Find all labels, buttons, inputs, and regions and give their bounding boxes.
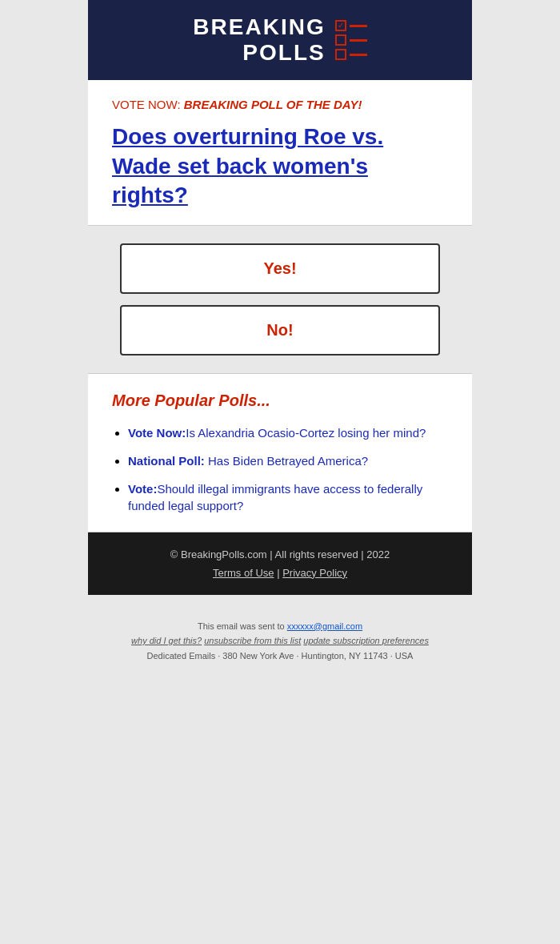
footer-links: Terms of Use | Privacy Policy xyxy=(104,567,456,579)
privacy-link[interactable]: Privacy Policy xyxy=(282,567,347,579)
logo-text: BREAKING POLLS xyxy=(193,14,325,66)
poll-question[interactable]: Does overturning Roe vs. Wade set back w… xyxy=(112,124,383,207)
poll-buttons-section: Yes! No! xyxy=(88,226,472,374)
site-footer: © BreakingPolls.com | All rights reserve… xyxy=(88,532,472,595)
yes-button[interactable]: Yes! xyxy=(120,243,440,294)
no-button[interactable]: No! xyxy=(120,305,440,356)
poll-link-1[interactable]: Vote Now:Is Alexandria Ocasio-Cortez los… xyxy=(128,426,426,440)
copyright-text: © BreakingPolls.com | All rights reserve… xyxy=(104,548,456,560)
poll-text-2: Has Biden Betrayed America? xyxy=(205,454,368,468)
address-row: Dedicated Emails · 380 New York Ave · Hu… xyxy=(96,649,464,664)
poll-label-2: National Poll: xyxy=(128,454,205,468)
logo-icon xyxy=(335,20,367,60)
checkbox-icon-1 xyxy=(335,20,346,31)
update-preferences-link[interactable]: update subscription preferences xyxy=(303,636,429,645)
vote-now-label: VOTE NOW: BREAKING POLL OF THE DAY! xyxy=(112,98,448,111)
sent-to-row: This email was sent to xxxxxx@gmail.com xyxy=(96,619,464,634)
checkbox-icon-3 xyxy=(335,49,346,60)
sent-text: This email was sent to xyxy=(198,621,287,631)
logo-line2: POLLS xyxy=(193,40,325,66)
email-footer-section: This email was sent to xxxxxx@gmail.com … xyxy=(88,595,472,680)
more-polls-title: More Popular Polls... xyxy=(112,392,448,410)
bar-icon-1 xyxy=(350,25,367,27)
unsubscribe-row: why did I get this? unsubscribe from thi… xyxy=(96,633,464,649)
logo-container: BREAKING POLLS xyxy=(104,14,456,66)
unsubscribe-link[interactable]: unsubscribe from this list xyxy=(204,636,301,645)
vote-now-prefix: VOTE NOW: xyxy=(112,98,184,111)
list-item: Vote:Should illegal immigrants have acce… xyxy=(128,480,448,514)
why-link[interactable]: why did I get this? xyxy=(131,636,202,645)
poll-text-1: Is Alexandria Ocasio-Cortez losing her m… xyxy=(186,426,426,440)
poll-label-1: Vote Now: xyxy=(128,426,186,440)
list-item: National Poll: Has Biden Betrayed Americ… xyxy=(128,452,448,469)
vote-now-highlight: BREAKING POLL OF THE DAY! xyxy=(184,98,362,111)
list-item: Vote Now:Is Alexandria Ocasio-Cortez los… xyxy=(128,424,448,441)
checkbox-icon-2 xyxy=(335,34,346,46)
logo-line1: BREAKING xyxy=(193,14,325,40)
polls-list: Vote Now:Is Alexandria Ocasio-Cortez los… xyxy=(112,424,448,514)
poll-text-3: Should illegal immigrants have access to… xyxy=(128,482,422,512)
more-polls-section: More Popular Polls... Vote Now:Is Alexan… xyxy=(88,374,472,532)
poll-link-2[interactable]: National Poll: Has Biden Betrayed Americ… xyxy=(128,454,368,468)
recipient-email[interactable]: xxxxxx@gmail.com xyxy=(287,621,362,631)
poll-header-section: VOTE NOW: BREAKING POLL OF THE DAY! Does… xyxy=(88,80,472,225)
bar-icon-2 xyxy=(350,39,367,42)
poll-link-3[interactable]: Vote:Should illegal immigrants have acce… xyxy=(128,482,422,512)
poll-label-3: Vote: xyxy=(128,482,157,496)
bar-icon-3 xyxy=(350,54,367,56)
terms-link[interactable]: Terms of Use xyxy=(213,567,274,579)
site-header: BREAKING POLLS xyxy=(88,0,472,80)
